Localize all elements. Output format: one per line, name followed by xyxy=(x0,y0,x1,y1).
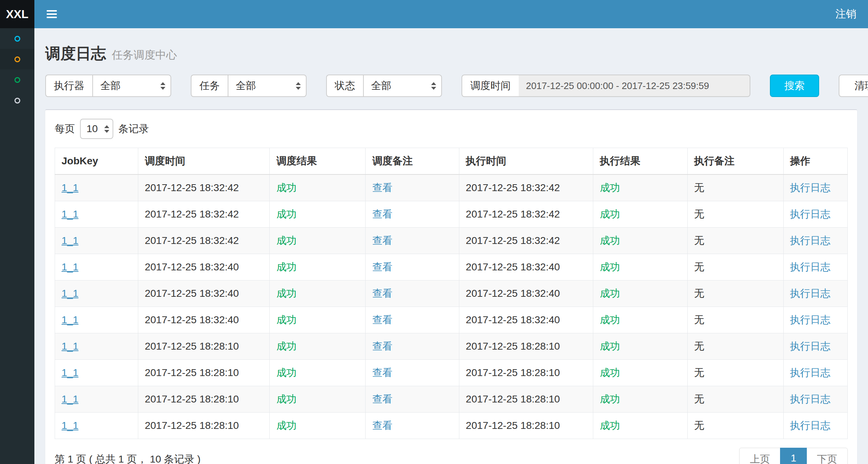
exec-log-link[interactable]: 执行日志 xyxy=(790,261,831,273)
action-cell: 执行日志 xyxy=(783,360,847,386)
jobkey-cell: 1_1 xyxy=(55,360,138,386)
page-header: 调度日志 任务调度中心 xyxy=(45,43,857,64)
jobkey-link[interactable]: 1_1 xyxy=(62,393,79,405)
handle-result-cell: 成功 xyxy=(593,333,687,360)
table-row: 1_1 2017-12-25 18:32:42 成功 查看 2017-12-25… xyxy=(55,201,848,228)
trigger-result-cell: 成功 xyxy=(270,254,366,280)
jobkey-link[interactable]: 1_1 xyxy=(62,261,79,273)
view-trigger-msg-link[interactable]: 查看 xyxy=(372,235,392,246)
trigger-msg-cell: 查看 xyxy=(366,386,459,413)
filter-executor-group: 执行器 全部 xyxy=(45,75,171,97)
view-trigger-msg-link[interactable]: 查看 xyxy=(372,393,392,405)
trigger-time-cell: 2017-12-25 18:28:10 xyxy=(138,360,270,386)
pagination-next-button[interactable]: 下页 xyxy=(806,448,848,464)
view-trigger-msg-link[interactable]: 查看 xyxy=(372,288,392,299)
jobkey-link[interactable]: 1_1 xyxy=(62,420,79,431)
sidebar-item-3[interactable] xyxy=(0,69,34,90)
table-footer: 第 1 页 ( 总共 1 页， 10 条记录 ) 上页 1 下页 xyxy=(55,448,848,464)
app-logo[interactable]: XXL xyxy=(0,0,34,28)
trigger-msg-cell: 查看 xyxy=(366,228,459,254)
jobkey-link[interactable]: 1_1 xyxy=(62,367,79,378)
select-stepper-icon xyxy=(104,125,109,133)
exec-log-link[interactable]: 执行日志 xyxy=(790,182,831,193)
table-row: 1_1 2017-12-25 18:32:42 成功 查看 2017-12-25… xyxy=(55,228,848,254)
executor-select[interactable]: 全部 xyxy=(92,75,171,97)
trigger-msg-cell: 查看 xyxy=(366,413,459,439)
sidebar-item-4[interactable] xyxy=(0,90,34,111)
sidebar xyxy=(0,28,34,464)
trigger-time-range-input[interactable] xyxy=(519,75,750,97)
page-subtitle: 任务调度中心 xyxy=(112,48,177,63)
trigger-result-cell: 成功 xyxy=(270,201,366,228)
view-trigger-msg-link[interactable]: 查看 xyxy=(372,182,392,193)
handle-msg-cell: 无 xyxy=(687,201,783,228)
trigger-result-cell: 成功 xyxy=(270,174,366,201)
view-trigger-msg-link[interactable]: 查看 xyxy=(372,420,392,431)
handle-msg-cell: 无 xyxy=(687,280,783,307)
exec-log-link[interactable]: 执行日志 xyxy=(790,288,831,299)
pagination-info: 第 1 页 ( 总共 1 页， 10 条记录 ) xyxy=(55,452,201,464)
jobkey-link[interactable]: 1_1 xyxy=(62,288,79,299)
exec-log-link[interactable]: 执行日志 xyxy=(790,208,831,220)
exec-log-link[interactable]: 执行日志 xyxy=(790,420,831,431)
pagination-prev-button[interactable]: 上页 xyxy=(739,448,780,464)
search-button[interactable]: 搜索 xyxy=(770,75,819,97)
header-trigger-time: 调度时间 xyxy=(138,148,270,175)
exec-log-link[interactable]: 执行日志 xyxy=(790,367,831,378)
handle-time-cell: 2017-12-25 18:28:10 xyxy=(459,386,593,413)
logout-link[interactable]: 注销 xyxy=(835,7,856,21)
trigger-time-cell: 2017-12-25 18:28:10 xyxy=(138,386,270,413)
table-row: 1_1 2017-12-25 18:32:40 成功 查看 2017-12-25… xyxy=(55,280,848,307)
sidebar-item-2[interactable] xyxy=(0,49,34,69)
jobkey-cell: 1_1 xyxy=(55,228,138,254)
jobkey-link[interactable]: 1_1 xyxy=(62,341,79,352)
handle-msg-cell: 无 xyxy=(687,386,783,413)
view-trigger-msg-link[interactable]: 查看 xyxy=(372,208,392,220)
exec-log-link[interactable]: 执行日志 xyxy=(790,393,831,405)
view-trigger-msg-link[interactable]: 查看 xyxy=(372,341,392,352)
log-table-box: 每页 10 条记录 JobKey 调度时间 调度结果 调度备注 执行时间 执行结… xyxy=(45,109,857,464)
trigger-result-cell: 成功 xyxy=(270,386,366,413)
action-cell: 执行日志 xyxy=(783,413,847,439)
view-trigger-msg-link[interactable]: 查看 xyxy=(372,261,392,273)
exec-log-link[interactable]: 执行日志 xyxy=(790,341,831,352)
handle-result-cell: 成功 xyxy=(593,360,687,386)
per-page-select[interactable]: 10 xyxy=(80,119,113,139)
view-trigger-msg-link[interactable]: 查看 xyxy=(372,367,392,378)
pagination-page-1-button[interactable]: 1 xyxy=(780,448,807,464)
status-filter-label: 状态 xyxy=(326,75,363,97)
handle-result-cell: 成功 xyxy=(593,386,687,413)
sidebar-toggle-button[interactable] xyxy=(44,5,60,23)
exec-log-link[interactable]: 执行日志 xyxy=(790,314,831,325)
select-stepper-icon xyxy=(431,82,436,90)
handle-time-cell: 2017-12-25 18:28:10 xyxy=(459,360,593,386)
clear-button[interactable]: 清理 xyxy=(839,75,868,97)
jobkey-link[interactable]: 1_1 xyxy=(62,235,79,246)
handle-time-cell: 2017-12-25 18:32:40 xyxy=(459,280,593,307)
status-select[interactable]: 全部 xyxy=(363,75,442,97)
sidebar-item-1[interactable] xyxy=(0,28,34,49)
jobkey-link[interactable]: 1_1 xyxy=(62,182,79,193)
header-trigger-result: 调度结果 xyxy=(270,148,366,175)
jobkey-link[interactable]: 1_1 xyxy=(62,208,79,220)
handle-msg-cell: 无 xyxy=(687,360,783,386)
handle-time-cell: 2017-12-25 18:28:10 xyxy=(459,413,593,439)
handle-result-cell: 成功 xyxy=(593,254,687,280)
exec-log-link[interactable]: 执行日志 xyxy=(790,235,831,246)
executor-select-value: 全部 xyxy=(100,79,121,93)
executor-filter-label: 执行器 xyxy=(45,75,92,97)
action-cell: 执行日志 xyxy=(783,201,847,228)
trigger-time-cell: 2017-12-25 18:28:10 xyxy=(138,333,270,360)
table-row: 1_1 2017-12-25 18:28:10 成功 查看 2017-12-25… xyxy=(55,333,848,360)
view-trigger-msg-link[interactable]: 查看 xyxy=(372,314,392,325)
per-page-suffix-label: 条记录 xyxy=(118,122,149,136)
job-select[interactable]: 全部 xyxy=(228,75,307,97)
trigger-msg-cell: 查看 xyxy=(366,201,459,228)
jobkey-link[interactable]: 1_1 xyxy=(62,314,79,325)
jobkey-cell: 1_1 xyxy=(55,386,138,413)
circle-outline-icon xyxy=(14,98,20,104)
handle-result-cell: 成功 xyxy=(593,174,687,201)
log-table: JobKey 调度时间 调度结果 调度备注 执行时间 执行结果 执行备注 操作 … xyxy=(55,148,848,439)
per-page-prefix-label: 每页 xyxy=(55,122,75,136)
handle-time-cell: 2017-12-25 18:32:42 xyxy=(459,228,593,254)
